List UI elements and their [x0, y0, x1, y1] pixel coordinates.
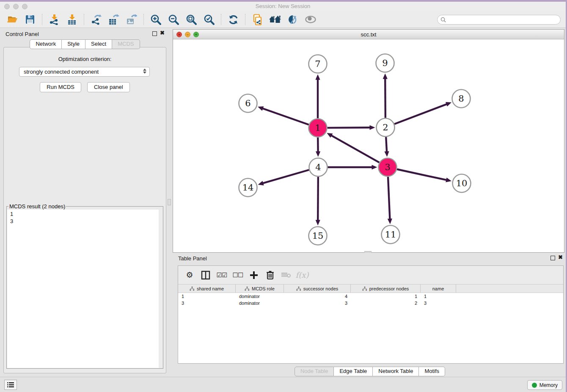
search-field[interactable]: [437, 15, 561, 25]
cell-name[interactable]: 1: [421, 293, 456, 300]
delete-column-trash-icon[interactable]: [263, 269, 277, 282]
memory-button[interactable]: Memory: [527, 380, 562, 390]
hide-panels-icon[interactable]: [286, 13, 299, 26]
graph-node-3[interactable]: 3: [379, 158, 397, 177]
graph-edge-2-8[interactable]: [394, 102, 451, 124]
export-network-icon[interactable]: [90, 13, 102, 26]
graph-edge-1-7[interactable]: [315, 75, 320, 119]
graph-edge-1-2[interactable]: [327, 125, 375, 130]
close-panel-icon[interactable]: ✖: [160, 30, 165, 36]
graph-edge-2-9[interactable]: [383, 73, 388, 118]
export-image-icon[interactable]: [125, 13, 138, 26]
network-window-titlebar[interactable]: × − + scc.txt: [173, 30, 564, 39]
delete-table-icon[interactable]: [279, 269, 293, 282]
table-tab-motifs[interactable]: Motifs: [419, 367, 445, 376]
cell-name[interactable]: 3: [421, 300, 456, 306]
zoom-selected-icon[interactable]: [203, 13, 215, 26]
network-graph-canvas[interactable]: 1234678910111415: [173, 39, 564, 252]
cell-predecessor-nodes[interactable]: 1: [351, 293, 421, 300]
float-table-panel-icon[interactable]: [550, 256, 555, 260]
search-input[interactable]: [448, 17, 560, 23]
column-header-name[interactable]: name: [421, 284, 456, 293]
import-network-icon[interactable]: [48, 13, 61, 26]
graph-node-15[interactable]: 15: [309, 227, 327, 245]
cell-predecessor-nodes[interactable]: 2: [351, 300, 421, 306]
function-builder-icon[interactable]: f(x): [295, 269, 309, 282]
result-scrollbar[interactable]: [159, 210, 162, 368]
graph-edge-3-11[interactable]: [388, 177, 392, 224]
graph-node-8[interactable]: 8: [452, 90, 471, 108]
tab-network[interactable]: Network: [30, 39, 62, 49]
column-label: successor nodes: [303, 286, 339, 291]
graph-edge-2-3[interactable]: [384, 137, 389, 157]
table-row[interactable]: 3dominator323: [178, 300, 563, 306]
duplicate-network-icon[interactable]: [251, 13, 264, 26]
cell-MCDS-role[interactable]: dominator: [236, 293, 284, 300]
deselect-all-checkboxes-icon[interactable]: ☐☐: [231, 269, 245, 282]
svg-text:14: 14: [242, 182, 254, 193]
zoom-in-icon[interactable]: [149, 13, 162, 26]
graph-node-1[interactable]: 1: [309, 119, 327, 137]
column-header-shared-name[interactable]: shared name: [178, 284, 236, 293]
dropdown-stepper-icon: [143, 69, 146, 74]
mcds-result-textarea[interactable]: 1 3: [7, 210, 162, 368]
graph-node-10[interactable]: 10: [453, 174, 471, 193]
graph-edge-3-10[interactable]: [397, 169, 451, 182]
run-mcds-button[interactable]: Run MCDS: [40, 82, 81, 92]
table-row[interactable]: 1dominator411: [178, 293, 563, 300]
cell-successor-nodes[interactable]: 3: [284, 300, 351, 306]
graph-node-9[interactable]: 9: [376, 54, 394, 72]
graph-node-6[interactable]: 6: [239, 94, 257, 113]
close-panel-button[interactable]: Close panel: [87, 82, 130, 92]
show-overview-eye-icon[interactable]: [304, 13, 317, 26]
graph-node-4[interactable]: 4: [309, 158, 328, 177]
save-session-icon[interactable]: [24, 13, 36, 26]
table-tab-node-table[interactable]: Node Table: [295, 367, 334, 376]
cell-shared-name[interactable]: 3: [178, 300, 236, 306]
cell-shared-name[interactable]: 1: [178, 293, 236, 300]
export-table-icon[interactable]: [107, 13, 120, 26]
graph-edge-4-14[interactable]: [258, 170, 309, 185]
main-toolbar: [0, 11, 566, 28]
table-tab-network-table[interactable]: Network Table: [373, 367, 419, 376]
tab-mcds[interactable]: MCDS: [112, 39, 140, 49]
graph-edge-1-6[interactable]: [258, 106, 309, 124]
graph-edge-4-3[interactable]: [328, 165, 377, 169]
graph-node-7[interactable]: 7: [309, 55, 327, 73]
criterion-dropdown[interactable]: strongly connected component: [19, 67, 150, 77]
network-home-icon[interactable]: [269, 13, 281, 26]
graph-node-14[interactable]: 14: [239, 179, 257, 197]
zoom-fit-icon[interactable]: [185, 13, 198, 26]
column-header-predecessor-nodes[interactable]: predecessor nodes: [351, 284, 421, 293]
node-table-container: ⚙ ☑☑ ☐☐ f(x) shared nameMCDS rolesuccess…: [178, 265, 564, 364]
graph-node-2[interactable]: 2: [377, 119, 395, 137]
table-tab-edge-table[interactable]: Edge Table: [334, 367, 373, 376]
show-panels-list-button[interactable]: [4, 380, 17, 390]
split-columns-icon[interactable]: [198, 269, 213, 282]
table-settings-gear-icon[interactable]: ⚙: [182, 269, 197, 282]
graph-edge-3-1[interactable]: [327, 133, 379, 163]
svg-text:6: 6: [245, 98, 250, 108]
close-table-panel-icon[interactable]: ✖: [558, 254, 563, 260]
graph-edge-1-4[interactable]: [316, 137, 320, 157]
tab-style[interactable]: Style: [62, 39, 85, 49]
column-label: shared name: [197, 286, 224, 291]
cell-MCDS-role[interactable]: dominator: [236, 300, 284, 306]
memory-label: Memory: [539, 382, 558, 388]
table-panel-title: Table Panel: [178, 255, 207, 262]
add-column-icon[interactable]: [247, 269, 261, 282]
graph-node-11[interactable]: 11: [382, 226, 400, 244]
refresh-layout-icon[interactable]: [227, 13, 239, 26]
float-panel-icon[interactable]: [152, 31, 157, 36]
cell-successor-nodes[interactable]: 4: [284, 293, 351, 300]
zoom-out-icon[interactable]: [167, 13, 180, 26]
import-table-icon[interactable]: [66, 13, 78, 26]
column-header-successor-nodes[interactable]: successor nodes: [284, 284, 351, 293]
graph-edge-4-15[interactable]: [316, 177, 320, 225]
open-file-icon[interactable]: [6, 13, 19, 26]
app-titlebar: Session: New Session: [0, 2, 566, 11]
select-all-checkboxes-icon[interactable]: ☑☑: [215, 269, 229, 282]
column-header-MCDS-role[interactable]: MCDS role: [236, 284, 284, 293]
tab-select[interactable]: Select: [85, 39, 112, 49]
panel-splitter-grip[interactable]: [168, 199, 171, 205]
